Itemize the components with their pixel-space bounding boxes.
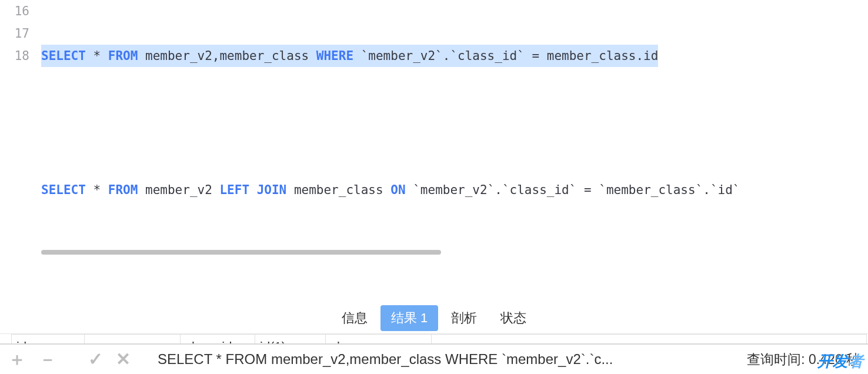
apply-button[interactable]: ✓	[88, 350, 103, 368]
cancel-button[interactable]: ✕	[116, 350, 131, 368]
keyword-from: FROM	[108, 49, 138, 63]
status-bar: ＋ － ✓ ✕ SELECT * FROM member_v2,member_c…	[0, 343, 868, 374]
tab-result-1[interactable]: 结果 1	[380, 305, 438, 331]
line-number-gutter: 16 17 18	[0, 0, 41, 302]
keyword-from: FROM	[108, 179, 138, 201]
query-time-label: 查询时间:	[747, 352, 804, 367]
code-content[interactable]: SELECT * FROM member_v2,member_class WHE…	[41, 0, 868, 302]
keyword-select: SELECT	[41, 179, 86, 201]
status-bar-actions: ＋ － ✓ ✕	[8, 350, 131, 368]
line-number: 18	[0, 45, 29, 67]
delete-row-button[interactable]: －	[39, 350, 56, 368]
tab-status[interactable]: 状态	[490, 305, 537, 331]
code-line-17[interactable]	[41, 112, 868, 134]
scrollbar-thumb[interactable]	[41, 250, 441, 255]
keyword-select: SELECT	[41, 49, 86, 63]
code-line-18[interactable]: SELECT * FROM member_v2 LEFT JOIN member…	[41, 179, 868, 201]
line-number: 16	[0, 0, 29, 22]
results-tabs: 信息 结果 1 剖析 状态	[0, 302, 868, 334]
sql-editor[interactable]: 16 17 18 SELECT * FROM member_v2,member_…	[0, 0, 868, 302]
keyword-on: ON	[390, 179, 405, 201]
query-time-value: 0.426 秒	[809, 352, 860, 367]
keyword-join: JOIN	[249, 179, 286, 201]
add-row-button[interactable]: ＋	[8, 350, 26, 368]
line-number: 17	[0, 22, 29, 45]
tab-profile[interactable]: 剖析	[440, 305, 488, 331]
keyword-left: LEFT	[219, 179, 249, 201]
horizontal-scrollbar[interactable]	[41, 248, 868, 256]
query-time: 查询时间: 0.426 秒	[747, 350, 860, 369]
status-query-text: SELECT * FROM member_v2,member_class WHE…	[158, 351, 613, 368]
code-line-16[interactable]: SELECT * FROM member_v2,member_class WHE…	[41, 45, 868, 67]
tab-info[interactable]: 信息	[331, 305, 378, 331]
keyword-where: WHERE	[316, 49, 353, 63]
